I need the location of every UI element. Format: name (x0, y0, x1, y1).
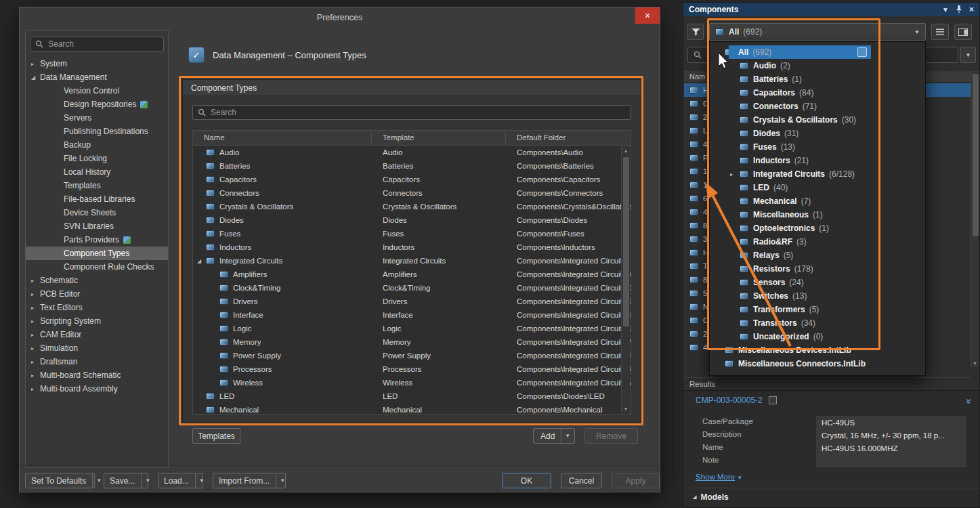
field-value[interactable]: HC-49US 16.000MHZ (816, 442, 966, 454)
import-from-button[interactable]: Import From... ▼ (213, 473, 286, 488)
sidebar-item[interactable]: ▸ System (26, 57, 168, 70)
sidebar-item[interactable]: SVN Libraries (26, 219, 168, 233)
table-row[interactable]: Crystals & Oscillators Crystals & Oscill… (193, 200, 631, 213)
table-row[interactable]: Connectors Connectors Components\Connect… (193, 186, 631, 200)
panel-layout-button[interactable] (954, 24, 972, 40)
filter-button[interactable] (687, 24, 704, 40)
table-scrollbar[interactable]: ▲ ▼ (621, 146, 630, 413)
table-row[interactable]: Drivers Drivers Components\Integrated Ci… (193, 295, 631, 308)
table-row[interactable]: Power Supply Power Supply Components\Int… (193, 349, 631, 362)
sidebar-item[interactable]: File-based Libraries (26, 192, 168, 206)
field-value[interactable]: Crystal, 16 MHz, +/- 30 ppm, 18 p... (816, 429, 966, 442)
add-button[interactable]: Add ▼ (533, 428, 575, 444)
part-id-link[interactable]: CMP-003-00005-2 (696, 396, 763, 405)
sidebar-item[interactable]: File Locking (26, 152, 168, 165)
table-search-input[interactable]: Search (192, 105, 631, 120)
sidebar-search-input[interactable]: Search (30, 37, 164, 51)
list-view-button[interactable] (931, 24, 949, 40)
sidebar-item[interactable]: ▸ Text Editors (26, 301, 168, 314)
collapse-chevrons-icon[interactable]: » (964, 399, 975, 402)
dropdown-arrow-icon[interactable]: ▼ (276, 473, 289, 488)
close-button[interactable]: × (635, 7, 660, 24)
sidebar-item[interactable]: ▸ Schematic (26, 274, 168, 287)
part-checkbox[interactable] (769, 396, 777, 404)
sidebar-item[interactable]: ▸ CAM Editor (26, 328, 168, 341)
dialog-titlebar[interactable]: Preferences (20, 7, 660, 28)
category-option[interactable]: Miscellaneous (1) (710, 208, 925, 221)
scrollbar-thumb[interactable] (973, 74, 979, 236)
table-row[interactable]: Memory Memory Components\Integrated Circ… (193, 335, 631, 349)
category-option[interactable]: Inductors (21) (710, 154, 925, 167)
sidebar-item[interactable]: Design Repositories (26, 98, 168, 111)
category-option[interactable]: All (692) (710, 45, 925, 59)
category-option[interactable]: Relays (5) (710, 249, 925, 262)
sidebar-item[interactable]: ▸ Scripting System (26, 314, 168, 328)
category-option[interactable]: Transistors (34) (710, 316, 925, 330)
category-option[interactable]: Capacitors (84) (710, 86, 925, 100)
category-option[interactable]: Miscellaneous Devices.IntLib (710, 343, 925, 357)
cancel-button[interactable]: Cancel (561, 473, 602, 488)
sidebar-item[interactable]: ◢ Data Management (26, 70, 168, 84)
sidebar-item[interactable]: ▸ Draftsman (26, 355, 168, 368)
category-option[interactable]: Connectors (71) (710, 100, 925, 113)
table-row[interactable]: LED LED Components\Diodes\LED (193, 389, 631, 403)
sidebar-item[interactable]: Device Sheets (26, 206, 168, 219)
sidebar-item[interactable]: Local History (26, 165, 168, 179)
dropdown-arrow-icon[interactable]: ▼ (141, 473, 154, 488)
table-row[interactable]: Diodes Diodes Components\Diodes (193, 213, 631, 227)
sidebar-item[interactable]: Servers (26, 111, 168, 125)
table-row[interactable]: Inductors Inductors Components\Inductors (193, 240, 631, 254)
column-header-name[interactable]: Name (193, 131, 372, 145)
sidebar-item[interactable]: Parts Providers (26, 233, 168, 247)
set-to-defaults-button[interactable]: Set To Defaults ▼ (25, 473, 95, 488)
results-scrollbar[interactable]: ▼ (971, 71, 979, 367)
table-row[interactable]: ◢ Integrated Circuits Integrated Circuit… (193, 254, 631, 268)
table-row[interactable]: Interface Interface Components\Integrate… (193, 308, 631, 322)
sidebar-item[interactable]: Backup (26, 138, 168, 152)
sidebar-item[interactable]: Publishing Destinations (26, 125, 168, 138)
table-row[interactable]: Fuses Fuses Components\Fuses (193, 227, 631, 240)
apply-button[interactable]: Apply (612, 473, 660, 488)
panel-close-icon[interactable]: × (969, 5, 974, 14)
sidebar-item[interactable]: Templates (26, 179, 168, 192)
scrollbar-thumb[interactable] (623, 157, 629, 326)
table-row[interactable]: Mechanical Mechanical Components\Mechani… (193, 403, 631, 417)
field-value[interactable]: HC-49US (816, 416, 966, 429)
category-option[interactable]: Fuses (13) (710, 140, 925, 154)
pin-icon[interactable] (956, 5, 962, 14)
table-row[interactable]: Processors Processors Components\Integra… (193, 362, 631, 376)
category-option[interactable]: Crystals & Oscillators (30) (710, 113, 925, 127)
search-options-dropdown[interactable]: ▼ (960, 47, 976, 63)
category-option[interactable]: Diodes (31) (710, 127, 925, 140)
sidebar-item[interactable]: ▸ Simulation (26, 341, 168, 355)
table-row[interactable]: Batteries Batteries Components\Batteries (193, 159, 631, 173)
sidebar-item[interactable]: Component Types (26, 247, 168, 260)
ok-button[interactable]: OK (502, 473, 551, 488)
category-option[interactable]: Uncategorized (0) (710, 330, 925, 343)
sidebar-item[interactable]: ▸ Multi-board Schematic (26, 368, 168, 382)
sidebar-item[interactable]: ▸ Multi-board Assembly (26, 382, 168, 396)
category-option[interactable]: Transformers (5) (710, 303, 925, 316)
panel-menu-icon[interactable]: ▼ (942, 6, 949, 14)
table-row[interactable]: Clock&Timing Clock&Timing Components\Int… (193, 281, 631, 295)
category-option[interactable]: Miscellaneous Connectors.IntLib (710, 357, 925, 371)
save-button[interactable]: Save... ▼ (104, 473, 148, 488)
category-option[interactable]: Audio (2) (710, 59, 925, 72)
category-option[interactable]: Resistors (178) (710, 262, 925, 276)
category-option[interactable]: Optoelectronics (1) (710, 221, 925, 235)
category-option[interactable]: Sensors (24) (710, 276, 925, 289)
category-option[interactable]: ▸ Integrated Circuits (6/128) (710, 167, 925, 181)
column-header-template[interactable]: Template (372, 131, 506, 145)
field-value[interactable] (816, 454, 966, 467)
category-dropdown[interactable]: All (692) ▼ (709, 23, 926, 41)
category-option[interactable]: LED (40) (710, 181, 925, 194)
table-row[interactable]: Logic Logic Components\Integrated Circui… (193, 322, 631, 335)
table-row[interactable]: Audio Audio Components\Audio (193, 146, 631, 159)
templates-button[interactable]: Templates (192, 428, 240, 444)
sidebar-item[interactable]: ▸ PCB Editor (26, 287, 168, 301)
add-dropdown-arrow-icon[interactable]: ▼ (561, 429, 574, 443)
dropdown-arrow-icon[interactable]: ▼ (195, 473, 208, 488)
sidebar-item[interactable]: Version Control (26, 84, 168, 98)
category-option[interactable]: Mechanical (7) (710, 194, 925, 208)
table-row[interactable]: Amplifiers Amplifiers Components\Integra… (193, 268, 631, 281)
